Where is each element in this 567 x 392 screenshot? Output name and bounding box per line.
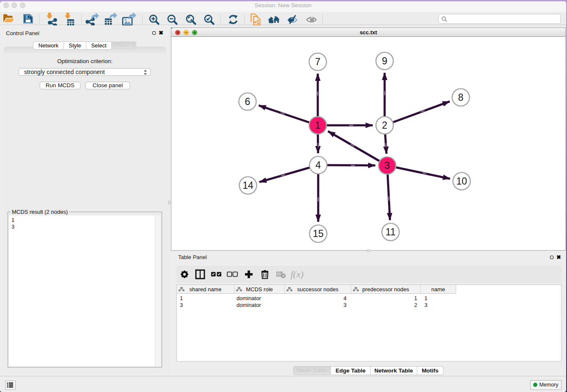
svg-text:8: 8	[458, 92, 464, 103]
svg-text:2: 2	[382, 120, 388, 131]
svg-text:6: 6	[245, 96, 250, 107]
svg-text:11: 11	[385, 226, 396, 237]
svg-text:3: 3	[385, 160, 390, 171]
svg-text:9: 9	[382, 55, 388, 66]
svg-text:7: 7	[315, 56, 321, 67]
svg-text:10: 10	[456, 176, 467, 187]
svg-text:14: 14	[242, 180, 253, 191]
svg-text:4: 4	[316, 160, 321, 171]
svg-text:1: 1	[315, 120, 321, 131]
svg-text:15: 15	[313, 228, 324, 239]
svg-text:f(x): f(x)	[291, 269, 304, 279]
